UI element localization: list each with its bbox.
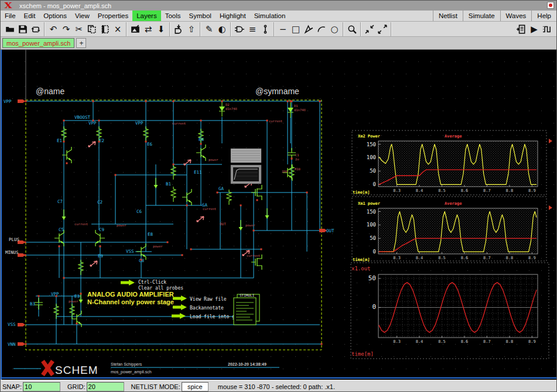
redo-icon[interactable]: ↷ (60, 23, 73, 36)
draw-pen-icon[interactable]: ✎ (203, 23, 216, 36)
snap-input[interactable] (23, 382, 60, 391)
backannotate-arrow-icon[interactable] (173, 304, 187, 310)
draw-circle-icon[interactable]: ○ (328, 23, 341, 36)
npn-transistor[interactable] (95, 230, 105, 246)
draw-polygon-icon[interactable] (302, 23, 315, 36)
svg-text:8.5: 8.5 (438, 188, 446, 193)
plot2-title: Xm1 power (358, 201, 380, 206)
menu-highlight[interactable]: Highlight (216, 11, 250, 21)
paste-icon[interactable] (98, 23, 111, 36)
horizontal-scrollbar[interactable] (1, 377, 557, 379)
open-file-icon[interactable] (4, 23, 16, 36)
menu-simulation[interactable]: Simulation (250, 11, 290, 21)
menu-help[interactable]: Help (531, 11, 556, 21)
backannotate-text[interactable]: Backannotate (190, 305, 224, 311)
swap-icon[interactable]: ⇄ (142, 23, 155, 36)
toggle-colors-icon[interactable]: ◐ (216, 23, 228, 36)
npn-transistor[interactable] (62, 147, 71, 163)
pin-square (173, 164, 175, 166)
load-gaw-arrow-icon[interactable] (172, 313, 186, 319)
netlist-icon[interactable] (515, 23, 528, 36)
plot-xm1-power[interactable]: Xm1 power Average time[m] 8.38.48.58.68.… (353, 201, 538, 262)
wire-segment-icon[interactable] (259, 23, 272, 36)
undo-icon[interactable]: ↶ (47, 23, 60, 36)
plot-x1-out[interactable]: x1.out time[m] 8.38.48.58.68.78.88.9050 (351, 266, 538, 357)
menu-options[interactable]: Options (39, 11, 71, 21)
pin-vnn[interactable] (18, 342, 25, 346)
delete-icon[interactable]: × (111, 23, 124, 36)
bus-icon[interactable]: ≡ (246, 23, 259, 36)
tab-mos-power-ampli[interactable]: mos_power_ampli.sch (2, 38, 74, 48)
push-into-symbol-icon[interactable] (172, 23, 185, 36)
plot-xm2-power[interactable]: Xm2 Power Average time[m] 8.38.48.58.68.… (353, 134, 538, 195)
probe-arrow[interactable] (88, 142, 95, 147)
net-label-vss: VSS (8, 322, 16, 327)
menu-view[interactable]: View (71, 11, 94, 21)
schematic-footer: SCHEM Stefan Schippers mos_power_ampli.s… (13, 361, 279, 376)
probe-arrow[interactable] (90, 261, 97, 266)
draw-arc-icon[interactable] (315, 23, 328, 36)
net-label-d1n748: d1n748 (225, 107, 237, 111)
close-button[interactable] (547, 2, 554, 9)
draw-rectangle-icon[interactable]: □ (289, 23, 302, 36)
draw-line-icon[interactable]: − (276, 23, 289, 36)
current-source-arrow[interactable] (62, 209, 66, 220)
resistor[interactable] (171, 187, 176, 202)
pop-out-symbol-icon[interactable]: ⇧ (185, 23, 198, 36)
menu-properties[interactable]: Properties (94, 11, 132, 21)
zoom-box-icon[interactable] (346, 23, 358, 36)
diode[interactable] (219, 101, 225, 116)
menu-file[interactable]: File (1, 11, 20, 21)
resistor[interactable] (143, 126, 148, 142)
new-tab-button[interactable]: + (76, 38, 86, 48)
net-label-power: power (153, 245, 163, 249)
vertical-scrollbar[interactable] (1, 50, 2, 380)
zoom-in-fit-icon[interactable] (363, 23, 376, 36)
pin-minus[interactable] (18, 253, 25, 257)
npn-transistor[interactable] (54, 230, 64, 246)
netlist-mode-input[interactable] (182, 382, 209, 391)
net-label-d1: D1 (294, 104, 298, 108)
view-raw-arrow-icon[interactable] (173, 295, 187, 301)
net-label-current: current (269, 119, 282, 123)
copy-icon[interactable] (86, 23, 98, 36)
menu-edit[interactable]: Edit (20, 11, 40, 21)
save-file-icon[interactable] (16, 23, 29, 36)
schematic-drawing[interactable]: @name @symname (1, 50, 557, 380)
reload-icon[interactable] (29, 23, 42, 36)
grid-input[interactable] (87, 382, 124, 391)
zoom-full-icon[interactable] (376, 23, 389, 36)
menu-waves[interactable]: Waves (500, 11, 532, 21)
net-label-e6: E6 (147, 142, 153, 147)
current-source-arrow[interactable] (239, 220, 243, 231)
schematic-canvas[interactable]: @name @symname (1, 50, 557, 380)
current-source-arrow[interactable] (265, 208, 269, 219)
probe-arrow[interactable] (197, 216, 204, 222)
waves-icon[interactable] (541, 23, 553, 36)
stimuli-box[interactable]: STIMULI (234, 293, 259, 325)
insert-down-icon[interactable]: ⬇ (155, 23, 168, 36)
pin-vpp[interactable] (18, 99, 25, 103)
menu-simulate[interactable]: Simulate (463, 11, 500, 21)
menu-layers[interactable]: Layers (132, 11, 161, 21)
menu-netlist[interactable]: Netlist (433, 11, 463, 21)
net-label-e8: E8 (148, 232, 153, 237)
resistor[interactable] (78, 260, 83, 275)
resistor[interactable] (171, 164, 176, 180)
svg-text:8.9: 8.9 (528, 188, 536, 193)
pin-square (319, 101, 321, 102)
view-raw-text[interactable]: View Raw file (190, 297, 227, 302)
cut-icon[interactable]: ✂ (73, 23, 86, 36)
place-symbol-icon[interactable] (129, 23, 142, 36)
diode[interactable] (288, 102, 293, 118)
make-symbol-icon[interactable] (233, 23, 246, 36)
current-source-arrow[interactable] (154, 178, 158, 188)
menu-tools[interactable]: Tools (161, 11, 185, 21)
load-gaw-text[interactable]: Load file into gaw (190, 314, 241, 319)
resistor[interactable] (227, 190, 231, 205)
menu-symbol[interactable]: Symbol (185, 11, 216, 21)
menu-bar: FileEditOptionsViewPropertiesLayersTools… (1, 11, 556, 22)
simulate-icon[interactable]: ▶ (528, 23, 541, 36)
resistor[interactable] (61, 126, 66, 142)
pin-vss[interactable] (18, 323, 25, 326)
